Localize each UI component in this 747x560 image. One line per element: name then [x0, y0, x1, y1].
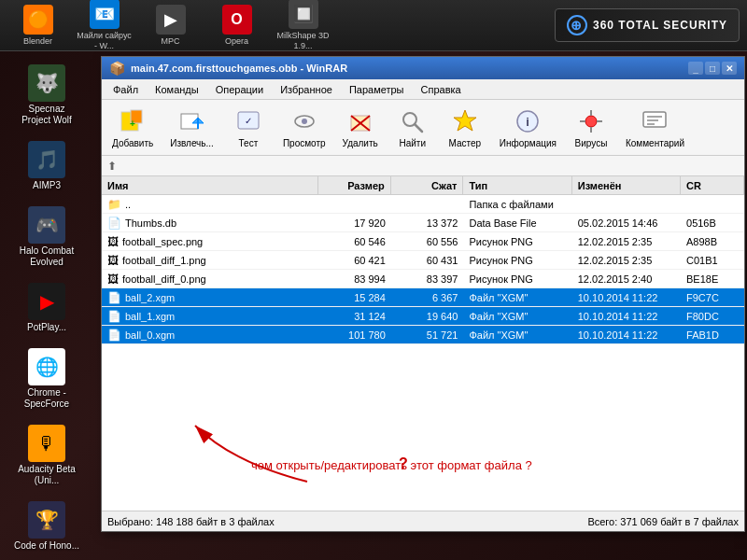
menu-favorites[interactable]: Избранное: [273, 82, 340, 97]
file-list-body: 📁 .. Папка с файлами 📄 Thumbs.db 17 92: [102, 195, 744, 511]
taskbar-opera[interactable]: O Opera: [206, 2, 267, 49]
toolbar-view[interactable]: Просмотр: [276, 102, 332, 153]
file-modified-cell: 12.02.2015 2:40: [572, 272, 681, 287]
toolbar-find[interactable]: Найти: [388, 102, 437, 153]
file-size-cell: [318, 203, 391, 206]
opera-icon: O: [222, 5, 252, 35]
minimize-button[interactable]: _: [688, 62, 703, 75]
desktop-icon-potplayer[interactable]: ▶ PotPlay...: [9, 279, 84, 337]
comment-icon: [640, 106, 669, 136]
png2-icon: 🖼: [107, 254, 119, 267]
menu-params[interactable]: Параметры: [342, 82, 412, 97]
file-size-cell: 17 920: [318, 216, 391, 231]
mpc-icon: ▶: [156, 5, 186, 35]
audacity-label: Audacity Beta (Uni...: [13, 464, 80, 486]
taskbar-mail[interactable]: 📧 Майли сайрус - W...: [74, 0, 134, 54]
toolbar-virus[interactable]: Вирусы: [567, 102, 615, 153]
toolbar-comment-label: Комментарий: [626, 138, 684, 148]
chrome-label: Chrome - SpecForce: [13, 387, 80, 410]
toolbar-test-label: Тест: [239, 138, 259, 148]
taskbar-blender-label: Blender: [23, 36, 52, 47]
file-crc-cell: BE18E: [681, 272, 744, 287]
potplayer-label: PotPlay...: [27, 322, 66, 333]
specnaz-icon: 🐺: [28, 64, 65, 102]
file-comp-cell: 60 431: [391, 253, 464, 268]
desktop-icon-aimp[interactable]: 🎵 AIMP3: [9, 137, 84, 195]
table-row[interactable]: 🖼 football_spec.png 60 546 60 556 Рисуно…: [102, 232, 744, 251]
view-icon: [289, 106, 319, 136]
file-type-cell: Папка с файлами: [463, 197, 571, 212]
svg-line-14: [415, 124, 422, 132]
desktop-icon-codehono[interactable]: 🏆 Code of Hono...: [9, 497, 84, 555]
file-type-cell: Рисунок PNG: [463, 272, 571, 287]
specnaz-label: Specnaz Project Wolf: [13, 104, 80, 126]
aimp-label: AIMP3: [33, 180, 61, 191]
desktop-icon-audacity[interactable]: 🎙 Audacity Beta (Uni...: [9, 421, 84, 490]
table-row-ball0[interactable]: 📄 ball_0.xgm 101 780 51 721 Файл "XGM" 1…: [102, 326, 744, 344]
taskbar-milkshape[interactable]: 🔲 MilkShape 3D 1.9...: [273, 0, 333, 54]
svg-point-9: [302, 119, 307, 124]
close-button[interactable]: ✕: [722, 62, 737, 75]
taskbar-opera-label: Opera: [225, 36, 248, 47]
svg-text:i: i: [527, 115, 530, 129]
toolbar-test[interactable]: ✓ Тест: [224, 102, 273, 153]
toolbar-wizard[interactable]: Мастер: [441, 102, 489, 153]
toolbar-info[interactable]: i Информация: [493, 102, 563, 153]
svg-text:✓: ✓: [245, 116, 252, 126]
mail-icon: 📧: [90, 0, 120, 29]
file-size-cell: 60 421: [318, 253, 391, 268]
menu-file[interactable]: Файл: [106, 82, 146, 97]
file-comp-cell: 60 556: [391, 234, 464, 249]
toolbar-delete-label: Удалить: [343, 138, 378, 148]
menu-commands[interactable]: Команды: [148, 82, 206, 97]
file-size-cell: 15 284: [318, 290, 391, 305]
file-comp-cell: 19 640: [391, 309, 464, 324]
winrar-title-icon: 📦: [109, 61, 125, 76]
table-row[interactable]: 🖼 football_diff_0.png 83 994 83 397 Рису…: [102, 270, 744, 288]
col-type-header[interactable]: Тип: [463, 176, 571, 194]
desktop-icon-specnaz[interactable]: 🐺 Specnaz Project Wolf: [9, 61, 84, 130]
toolbar-delete[interactable]: Удалить: [336, 102, 385, 153]
toolbar-extract[interactable]: Извлечь...: [163, 102, 220, 153]
col-compressed-header[interactable]: Сжат: [391, 176, 464, 194]
blender-icon: 🟠: [23, 5, 53, 35]
titlebar-title-area: 📦 main.47.com.firsttouchgames.obb - WinR…: [109, 61, 347, 76]
chrome-icon: 🌐: [28, 348, 65, 385]
file-list-header: Имя Размер Сжат Тип Изменён CR: [102, 176, 744, 195]
col-size-header[interactable]: Размер: [318, 176, 391, 194]
desktop-icon-area: 🐺 Specnaz Project Wolf 🎵 AIMP3 🎮 Halo Co…: [0, 0, 93, 560]
statusbar: Выбрано: 148 188 байт в 3 файлах Всего: …: [102, 511, 744, 531]
file-type-cell: Рисунок PNG: [463, 234, 571, 249]
menu-help[interactable]: Справка: [414, 82, 469, 97]
file-modified-cell: 10.10.2014 11:22: [572, 328, 681, 343]
table-row[interactable]: 🖼 football_diff_1.png 60 421 60 431 Рису…: [102, 251, 744, 270]
maximize-button[interactable]: □: [705, 62, 720, 75]
file-modified-cell: 12.02.2015 2:35: [572, 234, 681, 249]
svg-marker-15: [454, 110, 476, 131]
png3-icon: 🖼: [107, 273, 119, 286]
toolbar: + Добавить Извлечь...: [102, 100, 744, 156]
file-comp-cell: 6 367: [391, 290, 464, 305]
desktop-icon-chrome[interactable]: 🌐 Chrome - SpecForce: [9, 344, 84, 413]
toolbar-wizard-label: Мастер: [448, 138, 481, 148]
file-name-cell: 📄 Thumbs.db: [102, 215, 318, 231]
taskbar: 🟠 Blender 📧 Майли сайрус - W... ▶ MPC O …: [0, 0, 747, 51]
virus-icon: [576, 106, 606, 136]
toolbar-comment[interactable]: Комментарий: [619, 102, 691, 153]
codehono-label: Code of Hono...: [14, 540, 79, 552]
svg-text:+: +: [130, 119, 135, 129]
menu-operations[interactable]: Операции: [208, 82, 271, 97]
table-row[interactable]: 📄 Thumbs.db 17 920 13 372 Data Base File…: [102, 214, 744, 232]
file-name-cell: 🖼 football_diff_1.png: [102, 252, 318, 269]
taskbar-blender[interactable]: 🟠 Blender: [7, 2, 68, 49]
col-crc-header[interactable]: CR: [681, 176, 744, 194]
table-row-ball2[interactable]: 📄 ball_2.xgm 15 284 6 367 Файл "XGM" 10.…: [102, 288, 744, 307]
toolbar-add[interactable]: + Добавить: [106, 102, 160, 153]
table-row[interactable]: 📁 .. Папка с файлами: [102, 195, 744, 214]
taskbar-mpc[interactable]: ▶ MPC: [140, 2, 201, 49]
desktop-icon-halo[interactable]: 🎮 Halo Combat Evolved: [9, 203, 84, 272]
table-row-ball1[interactable]: 📄 ball_1.xgm 31 124 19 640 Файл "XGM" 10…: [102, 307, 744, 326]
col-name-header[interactable]: Имя: [102, 176, 318, 194]
col-modified-header[interactable]: Изменён: [572, 176, 681, 194]
security-badge[interactable]: ⊕ 360 TOTAL SECURITY: [555, 8, 740, 42]
